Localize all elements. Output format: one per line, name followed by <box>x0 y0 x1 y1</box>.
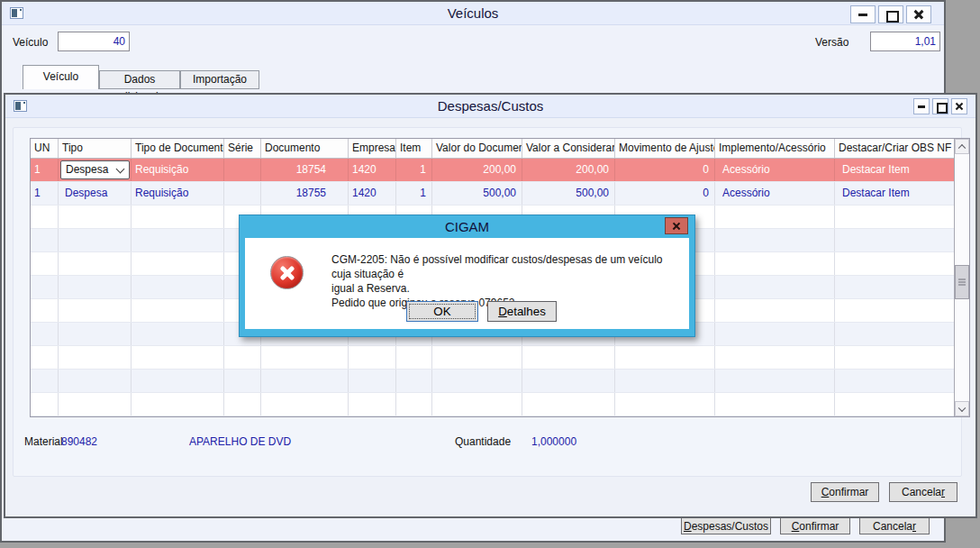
cell-serie[interactable] <box>224 182 261 205</box>
cell-documento[interactable]: 18754 <box>261 159 349 181</box>
label-rest: onfirmar <box>829 486 868 498</box>
cell-valor-considerar[interactable]: 500,00 <box>522 182 615 205</box>
dialog-title: CIGAM <box>240 219 694 234</box>
column-header-tipo[interactable]: Tipo <box>59 139 132 158</box>
cell-destacar-criar[interactable]: Destacar Item <box>835 182 954 205</box>
maximize-icon[interactable] <box>932 98 948 114</box>
scroll-up-icon[interactable] <box>955 139 969 154</box>
scroll-down-icon[interactable] <box>955 401 969 416</box>
chevron-down-icon <box>958 404 966 411</box>
message-line: CGM-2205: Não é possível modificar custo… <box>331 252 680 281</box>
cell-item[interactable]: 1 <box>396 182 432 205</box>
version-input[interactable] <box>870 32 940 51</box>
cell-tipo[interactable]: Despesa <box>59 182 132 205</box>
vehicle-label: Veículo <box>13 36 48 49</box>
mnemonic: D <box>684 520 692 533</box>
mnemonic: r <box>912 520 916 533</box>
cell-tipo-documento[interactable]: Requisição <box>132 182 224 205</box>
minimize-icon[interactable] <box>913 98 930 114</box>
cell-movimento-ajuste[interactable]: 0 <box>615 159 715 181</box>
table-row[interactable]: 1 Despesa Requisição 18755 1420 1 500,00… <box>31 182 954 206</box>
vehicles-titlebar: Veículos <box>2 2 944 25</box>
details-button[interactable]: Detalhes <box>487 301 557 322</box>
column-header-destacar-criar[interactable]: Destacar/Criar OBS NF <box>835 139 954 158</box>
dialog-body: CGM-2205: Não é possível modificar custo… <box>245 238 689 329</box>
column-header-empresa[interactable]: Empresa <box>349 139 396 158</box>
tab-veiculo[interactable]: Veículo <box>23 65 99 89</box>
cancel-button[interactable]: Cancelar <box>889 482 957 502</box>
cell-item[interactable]: 1 <box>396 159 432 181</box>
cell-empresa[interactable]: 1420 <box>349 182 396 205</box>
label-rest: onfirmar <box>799 520 839 533</box>
ok-button[interactable]: OK <box>406 301 478 322</box>
column-header-serie[interactable]: Série <box>224 139 261 158</box>
close-icon[interactable] <box>906 5 931 23</box>
label-pre: Cancela <box>873 520 912 533</box>
expenses-window-title: Despesas/Custos <box>5 98 975 114</box>
cell-empresa[interactable]: 1420 <box>349 159 396 181</box>
grip-icon <box>958 282 966 283</box>
label-rest: espesas/Custos <box>692 520 768 533</box>
vehicles-window-controls <box>850 5 931 23</box>
error-icon <box>270 256 304 289</box>
cell-valor-documento[interactable]: 200,00 <box>432 159 522 181</box>
material-code: 890482 <box>61 435 97 448</box>
confirm-button[interactable]: Confirmar <box>811 482 879 502</box>
version-label: Versão <box>815 36 848 49</box>
table-row-selected[interactable]: 1 Despesa Requisição 18754 1420 1 200,00… <box>31 159 954 182</box>
cell-valor-considerar[interactable]: 200,00 <box>522 159 615 181</box>
cell-tipo[interactable]: Despesa <box>59 159 132 181</box>
column-header-documento[interactable]: Documento <box>261 139 349 158</box>
chevron-up-icon <box>958 143 966 151</box>
tipo-dropdown-value: Despesa <box>66 163 108 176</box>
column-header-tipo-documento[interactable]: Tipo de Documento <box>132 139 224 158</box>
column-header-un[interactable]: UN <box>31 139 59 158</box>
column-header-implemento-acessorio[interactable]: Implemento/Acessório <box>715 139 835 158</box>
maximize-icon[interactable] <box>878 5 903 23</box>
cell-implemento-acessorio[interactable]: Acessório <box>715 159 835 181</box>
tab-dados-adicionais[interactable]: Dados adicionais <box>99 70 180 89</box>
cell-un[interactable]: 1 <box>31 182 59 205</box>
message-line: igual a Reserva. <box>331 281 680 296</box>
column-header-valor-considerar[interactable]: Valor a Considerar <box>522 139 615 158</box>
expenses-titlebar: Despesas/Custos <box>5 95 975 118</box>
tab-importacao[interactable]: Importação <box>180 70 259 89</box>
column-header-movimento-ajuste[interactable]: Movimento de Ajuste <box>615 139 715 158</box>
mnemonic: r <box>941 486 945 498</box>
cell-documento[interactable]: 18755 <box>261 182 349 205</box>
error-dialog: CIGAM CGM-2205: Não é possível modificar… <box>239 215 695 337</box>
cancel-button[interactable]: Cancelar <box>859 517 930 534</box>
minimize-icon[interactable] <box>850 5 876 23</box>
material-description: APARELHO DE DVD <box>189 435 291 448</box>
scrollbar-thumb[interactable] <box>955 265 969 299</box>
mnemonic: D <box>498 305 507 318</box>
column-header-valor-documento[interactable]: Valor do Documento <box>432 139 522 158</box>
label-pre: Cancela <box>902 486 941 498</box>
table-row-empty[interactable] <box>31 393 954 416</box>
expenses-window-controls <box>913 98 967 114</box>
vehicle-input[interactable] <box>58 32 130 51</box>
close-icon[interactable] <box>665 217 688 234</box>
table-row-empty[interactable] <box>31 346 954 370</box>
cell-un[interactable]: 1 <box>31 159 59 181</box>
cell-implemento-acessorio[interactable]: Acessório <box>715 182 835 205</box>
column-header-item[interactable]: Item <box>396 139 432 158</box>
expenses-costs-button[interactable]: Despesas/Custos <box>681 517 771 534</box>
cell-valor-documento[interactable]: 500,00 <box>432 182 522 205</box>
material-label: Material <box>24 435 63 448</box>
cell-serie[interactable] <box>224 159 261 181</box>
tipo-dropdown[interactable]: Despesa <box>60 160 130 179</box>
close-icon[interactable] <box>951 98 967 114</box>
quantity-label: Quantidade <box>455 435 511 448</box>
label-rest: etalhes <box>507 305 546 318</box>
vehicles-window-title: Veículos <box>2 5 944 21</box>
cell-movimento-ajuste[interactable]: 0 <box>615 182 715 205</box>
quantity-value: 1,000000 <box>531 435 576 448</box>
vertical-scrollbar[interactable] <box>954 139 969 416</box>
cell-tipo-documento[interactable]: Requisição <box>132 159 224 181</box>
cell-destacar-criar[interactable]: Destacar Item <box>835 159 954 181</box>
grid-header-row: UN Tipo Tipo de Documento Série Document… <box>31 139 969 159</box>
confirm-button[interactable]: Confirmar <box>780 517 850 534</box>
table-row-empty[interactable] <box>31 370 954 393</box>
chevron-down-icon <box>116 165 125 174</box>
